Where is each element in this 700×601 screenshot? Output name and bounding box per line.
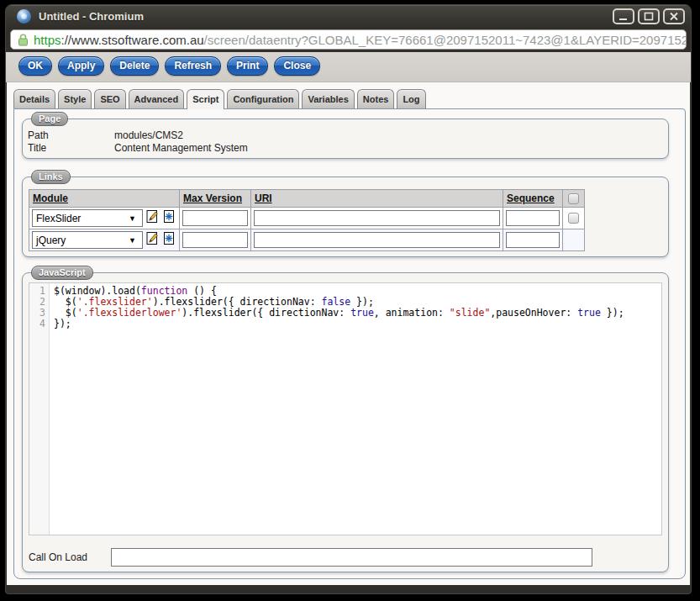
line-number: 4 <box>29 319 45 329</box>
javascript-legend: JavaScript <box>31 266 93 280</box>
dropdown-arrow-icon: ▼ <box>129 214 136 223</box>
window-title: Untitled - Chromium <box>39 10 144 23</box>
line-numbers: 1234 <box>29 283 50 535</box>
javascript-fieldset: JavaScript 1234 $(window).load(function … <box>22 272 669 572</box>
url-path: /screen/dataentry?GLOBAL_KEY=76661@20971… <box>204 33 687 47</box>
new-record-icon[interactable] <box>162 231 176 249</box>
page-fieldset: Page Pathmodules/CMS2TitleContent Manage… <box>22 119 669 159</box>
field-value: Content Management System <box>114 142 248 154</box>
delete-button[interactable]: Delete <box>110 56 159 76</box>
tab-variables[interactable]: Variables <box>302 89 354 108</box>
field-label: Title <box>28 142 114 154</box>
close-button[interactable]: Close <box>274 56 320 76</box>
max-version-input[interactable] <box>182 210 248 226</box>
lock-icon <box>18 34 29 46</box>
url-host: ://www.stsoftware.com.au <box>61 33 204 47</box>
field-value: modules/CMS2 <box>114 129 183 141</box>
links-legend: Links <box>31 170 71 184</box>
address-bar[interactable]: https://www.stsoftware.com.au/screen/dat… <box>10 29 687 50</box>
url-scheme: https <box>34 33 61 47</box>
sequence-input[interactable] <box>506 232 560 248</box>
close-button[interactable] <box>663 8 685 24</box>
call-on-load-label: Call On Load <box>29 551 111 563</box>
uri-input[interactable] <box>254 232 500 248</box>
new-record-icon[interactable] <box>162 209 176 227</box>
links-fieldset: Links ModuleMax VersionURISequence FlexS… <box>22 177 669 257</box>
field-label: Path <box>28 129 114 141</box>
links-table: ModuleMax VersionURISequence FlexSlider▼… <box>29 189 585 251</box>
column-header-module[interactable]: Module <box>29 190 180 208</box>
tab-style[interactable]: Style <box>58 89 92 108</box>
tab-configuration[interactable]: Configuration <box>227 89 299 108</box>
row-checkbox[interactable] <box>568 213 579 224</box>
maximize-button[interactable] <box>638 8 660 24</box>
page-legend: Page <box>31 112 68 126</box>
edit-record-icon[interactable] <box>145 209 160 227</box>
sequence-input[interactable] <box>506 210 560 226</box>
page-content: DetailsStyleSEOAdvancedScriptConfigurati… <box>7 82 690 585</box>
title-bar[interactable]: Untitled - Chromium <box>6 5 691 28</box>
chromium-icon <box>17 9 31 24</box>
select-all-checkbox[interactable] <box>568 193 579 204</box>
code-editor[interactable]: 1234 $(window).load(function () { $('.fl… <box>29 282 662 535</box>
tab-log[interactable]: Log <box>397 89 425 108</box>
uri-input[interactable] <box>254 210 500 226</box>
tab-panel: Page Pathmodules/CMS2TitleContent Manage… <box>13 108 686 579</box>
tab-details[interactable]: Details <box>13 89 55 108</box>
links-row: jQuery▼ <box>29 229 585 251</box>
edit-record-icon[interactable] <box>145 231 160 249</box>
max-version-input[interactable] <box>182 232 248 248</box>
code-line: }); <box>54 319 624 329</box>
call-on-load-input[interactable] <box>111 548 592 567</box>
links-row: FlexSlider▼ <box>29 208 585 229</box>
refresh-button[interactable]: Refresh <box>165 56 221 76</box>
tab-script[interactable]: Script <box>187 89 224 109</box>
module-select[interactable]: FlexSlider▼ <box>32 209 143 227</box>
tab-advanced[interactable]: Advanced <box>129 89 185 108</box>
column-header-uri[interactable]: URI <box>251 190 503 208</box>
action-toolbar: OKApplyDeleteRefreshPrintClose <box>6 52 691 82</box>
dropdown-arrow-icon: ▼ <box>129 236 136 245</box>
code-line: $('.flexsliderlower').flexslider({ direc… <box>54 308 624 319</box>
apply-button[interactable]: Apply <box>58 56 104 76</box>
print-button[interactable]: Print <box>227 56 268 76</box>
tab-seo[interactable]: SEO <box>94 89 125 108</box>
browser-window: Untitled - Chromium https://www.stsoftwa… <box>5 4 692 594</box>
column-header-max-version[interactable]: Max Version <box>180 190 251 208</box>
module-select[interactable]: jQuery▼ <box>32 231 143 249</box>
minimize-button[interactable] <box>613 8 634 24</box>
code-area[interactable]: $(window).load(function () { $('.flexsli… <box>50 283 624 535</box>
column-header-sequence[interactable]: Sequence <box>503 190 563 208</box>
tab-bar: DetailsStyleSEOAdvancedScriptConfigurati… <box>7 82 690 108</box>
tab-notes[interactable]: Notes <box>357 89 395 108</box>
ok-button[interactable]: OK <box>18 56 52 76</box>
